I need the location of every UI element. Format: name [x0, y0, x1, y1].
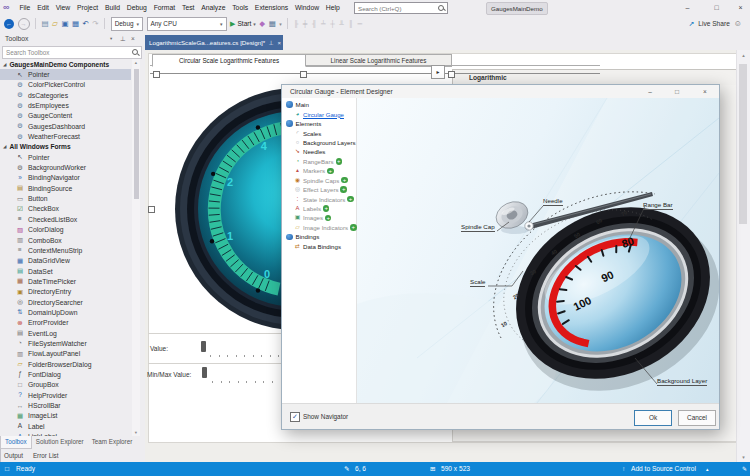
toolbox-item-checkbox[interactable]: ☑CheckBox: [0, 204, 131, 214]
menu-build[interactable]: Build: [102, 0, 124, 15]
save-icon[interactable]: ▣: [61, 19, 68, 29]
toolbox-item-colorpickercontrol[interactable]: ⚙ColorPickerControl: [0, 80, 131, 90]
preview-icon[interactable]: ▦: [269, 19, 276, 29]
designer-tab-circular[interactable]: Circular Scale Logarithmic Features: [152, 54, 306, 67]
close-panel-icon[interactable]: ×: [131, 32, 135, 45]
toolbox-item-domainupdown[interactable]: ⇅DomainUpDown: [0, 307, 131, 317]
add-element-icon[interactable]: +: [325, 215, 332, 222]
tree-item-image-indicators[interactable]: ▱Image Indicators+: [282, 223, 356, 232]
show-navigator-checkbox[interactable]: ✓: [290, 412, 300, 422]
menu-edit[interactable]: Edit: [34, 0, 53, 15]
toolbox-section-header[interactable]: ◢All Windows Forms: [0, 142, 131, 152]
toolbox-item-pointer[interactable]: ↖Pointer: [0, 69, 131, 79]
window-close-button[interactable]: ×: [731, 0, 750, 15]
pin-tab-icon[interactable]: ⊥: [266, 39, 275, 46]
align-rights-icon[interactable]: ╢: [312, 20, 318, 27]
scroll-up-icon[interactable]: ▴: [737, 52, 750, 58]
toolbox-item-datetimepicker[interactable]: ▦DateTimePicker: [0, 276, 131, 286]
toolbox-item-pointer[interactable]: ↖Pointer: [0, 152, 131, 162]
selection-handle[interactable]: [300, 71, 307, 78]
menu-help[interactable]: Help: [322, 0, 343, 15]
attach-process-icon[interactable]: ◆: [259, 19, 265, 29]
toolbox-item-dataset[interactable]: ▤DataSet: [0, 266, 131, 276]
smart-tag-button[interactable]: ▸: [431, 65, 445, 79]
menu-debug[interactable]: Debug: [123, 0, 150, 15]
toolbox-item-button[interactable]: ▭Button: [0, 193, 131, 203]
toolbox-item-directoryentry[interactable]: ▣DirectoryEntry: [0, 287, 131, 297]
toolbox-item-eventlog[interactable]: ▤EventLog: [0, 328, 131, 338]
tool-tab-toolbox[interactable]: Toolbox: [0, 436, 32, 449]
add-element-icon[interactable]: +: [340, 186, 347, 193]
toolbox-item-bindingsource[interactable]: ▤BindingSource: [0, 183, 131, 193]
selection-handle[interactable]: [148, 206, 155, 213]
feedback-user-icon[interactable]: ☺: [734, 19, 742, 28]
tree-item-labels[interactable]: ALabels+: [282, 204, 356, 213]
add-element-icon[interactable]: +: [336, 158, 343, 165]
tree-item-bindings[interactable]: Bindings: [282, 232, 356, 241]
menu-test[interactable]: Test: [179, 0, 198, 15]
undo-icon[interactable]: ↶: [83, 19, 89, 29]
save-all-icon[interactable]: ▦: [72, 19, 79, 29]
toolbox-item-gaugecontent[interactable]: ⚙GaugeContent: [0, 111, 131, 121]
align-tops-icon[interactable]: ╧: [321, 20, 327, 27]
toolbox-item-folderbrowserdialog[interactable]: ▱FolderBrowserDialog: [0, 359, 131, 369]
toolbox-section-header[interactable]: ◢GaugesMainDemo Components: [0, 59, 131, 69]
panel-tab-output[interactable]: Output: [0, 452, 23, 459]
toolbox-item-colordialog[interactable]: ▨ColorDialog: [0, 225, 131, 235]
toolbox-item-datagridview[interactable]: ▦DataGridView: [0, 256, 131, 266]
window-maximize-button[interactable]: □: [704, 0, 729, 15]
tree-item-circular-gauge[interactable]: ◕Circular Gauge: [282, 109, 356, 118]
tree-item-elements[interactable]: Elements: [282, 119, 356, 128]
toolbox-item-flowlayoutpanel[interactable]: ▥FlowLayoutPanel: [0, 349, 131, 359]
tree-item-needles[interactable]: ↘Needles: [282, 147, 356, 156]
new-project-icon[interactable]: ▤: [42, 19, 49, 29]
add-element-icon[interactable]: +: [341, 177, 348, 184]
align-lefts-icon[interactable]: ╟: [294, 20, 300, 27]
dialog-close-button[interactable]: ×: [692, 85, 718, 98]
value-trackbar-thumb[interactable]: [201, 341, 206, 352]
start-debug-button[interactable]: ▶ Start ▾: [230, 20, 256, 28]
toolbox-item-groupbox[interactable]: □GroupBox: [0, 380, 131, 390]
menu-format[interactable]: Format: [150, 0, 178, 15]
window-minimize-button[interactable]: –: [675, 0, 700, 15]
tree-item-rangebars[interactable]: ◔RangeBars+: [282, 157, 356, 166]
close-tab-icon[interactable]: ×: [275, 40, 283, 46]
live-share-label[interactable]: Live Share: [698, 20, 730, 27]
scroll-down-icon[interactable]: ▾: [737, 454, 750, 460]
navigate-forward-icon[interactable]: →: [18, 18, 30, 30]
align-centers-icon[interactable]: ╪: [303, 20, 309, 27]
menu-project[interactable]: Project: [74, 0, 102, 15]
toolbox-item-dscategories[interactable]: ⚙dsCategories: [0, 90, 131, 100]
panel-tab-error-list[interactable]: Error List: [29, 452, 59, 459]
tree-item-state-indicators[interactable]: ∶State Indicators+: [282, 194, 356, 203]
align-bottoms-icon[interactable]: ╨: [339, 20, 345, 27]
toolbox-item-label[interactable]: ALabel: [0, 421, 131, 431]
tree-item-effect-layers[interactable]: ◎Effect Layers+: [282, 185, 356, 194]
menu-file[interactable]: File: [16, 0, 34, 15]
window-position-icon[interactable]: ▾: [110, 32, 112, 45]
toolbox-item-hscrollbar[interactable]: ↔HScrollBar: [0, 400, 131, 410]
add-element-icon[interactable]: +: [327, 168, 334, 175]
scroll-up-icon[interactable]: ▴: [132, 60, 140, 65]
tree-item-images[interactable]: ▣Images+: [282, 213, 356, 222]
toolbox-item-fontdialog[interactable]: ƒFontDialog: [0, 369, 131, 379]
add-element-icon[interactable]: +: [323, 205, 330, 212]
toolbox-item-bindingnavigator[interactable]: »BindingNavigator: [0, 173, 131, 183]
toolbox-item-filesystemwatcher[interactable]: ◔FileSystemWatcher: [0, 338, 131, 348]
selection-handle[interactable]: [448, 71, 455, 78]
tree-item-data-bindings[interactable]: ⇄Data Bindings: [282, 242, 356, 251]
add-element-icon[interactable]: +: [347, 196, 354, 203]
menu-analyze[interactable]: Analyze: [198, 0, 229, 15]
toolbox-item-gaugesdashboard[interactable]: ⚙GaugesDashboard: [0, 121, 131, 131]
add-to-source-control[interactable]: Add to Source Control: [631, 462, 696, 476]
tool-tab-team-explorer[interactable]: Team Explorer: [88, 436, 137, 448]
ok-button[interactable]: Ok: [634, 410, 672, 426]
menu-view[interactable]: View: [52, 0, 73, 15]
menu-extensions[interactable]: Extensions: [251, 0, 291, 15]
redo-icon[interactable]: ↷: [92, 19, 98, 29]
toolbar-overflow-icon[interactable]: ▾: [279, 19, 282, 29]
toolbox-scrollbar[interactable]: ▴ ▾: [132, 59, 140, 436]
open-folder-icon[interactable]: ▱: [52, 19, 58, 29]
dialog-title-bar[interactable]: Circular Gauge - Element Designer – □ ×: [282, 85, 719, 98]
align-middles-icon[interactable]: ┼: [330, 20, 336, 27]
